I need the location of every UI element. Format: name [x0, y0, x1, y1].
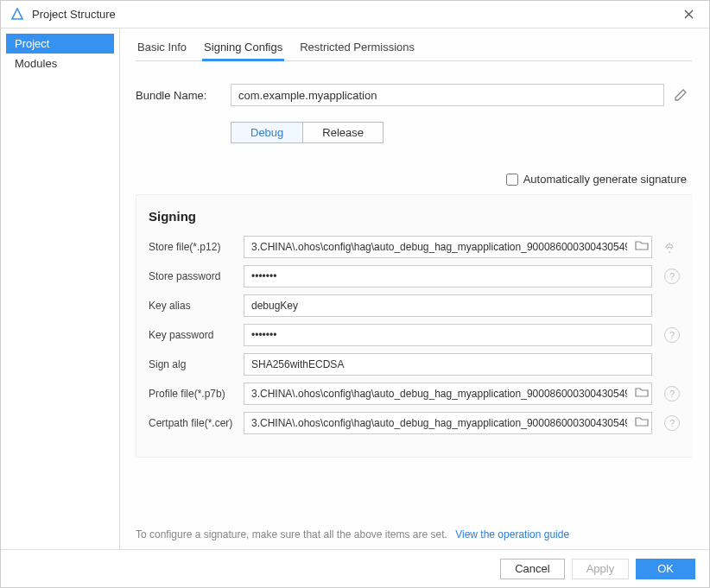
sign-alg-label: Sign alg	[149, 358, 244, 370]
main-panel: Basic Info Signing Configs Restricted Pe…	[120, 28, 709, 549]
help-icon[interactable]: ?	[664, 415, 680, 431]
ok-button[interactable]: OK	[636, 559, 695, 579]
store-file-input[interactable]	[244, 236, 652, 258]
store-password-label: Store password	[149, 270, 244, 282]
tab-signing-configs[interactable]: Signing Configs	[202, 41, 284, 60]
sign-alg-input[interactable]	[244, 353, 652, 376]
close-icon[interactable]	[676, 3, 700, 27]
key-alias-label: Key alias	[149, 300, 244, 312]
folder-icon[interactable]	[635, 239, 649, 255]
signing-title: Signing	[149, 209, 652, 224]
certpath-file-input[interactable]	[244, 412, 652, 434]
auto-generate-label: Automatically generate signature	[523, 173, 687, 186]
profile-file-input[interactable]	[244, 383, 652, 405]
help-icon[interactable]: ?	[664, 386, 680, 401]
key-password-label: Key password	[149, 329, 244, 341]
bundle-name-label: Bundle Name:	[136, 89, 231, 102]
build-type-segment: Debug Release	[231, 122, 384, 143]
profile-file-label: Profile file(*.p7b)	[149, 388, 244, 400]
apply-button: Apply	[572, 559, 630, 579]
folder-icon[interactable]	[635, 386, 649, 401]
store-file-label: Store file(*.p12)	[149, 241, 244, 253]
titlebar: Project Structure	[1, 1, 709, 28]
tab-restricted-permissions[interactable]: Restricted Permissions	[298, 41, 416, 60]
fingerprint-icon[interactable]	[659, 237, 680, 258]
store-password-input[interactable]	[244, 265, 652, 288]
cancel-button[interactable]: Cancel	[500, 559, 564, 579]
auto-generate-signature-checkbox[interactable]: Automatically generate signature	[506, 173, 687, 186]
sidebar-item-project[interactable]: Project	[6, 34, 114, 54]
bundle-name-input[interactable]	[231, 84, 664, 106]
operation-guide-link[interactable]: View the operation guide	[455, 528, 569, 541]
segment-release[interactable]: Release	[303, 123, 383, 142]
auto-generate-checkbox-input[interactable]	[506, 174, 518, 186]
helper-text: To configure a signature, make sure that…	[136, 522, 692, 541]
folder-icon[interactable]	[635, 415, 649, 431]
tab-basic-info[interactable]: Basic Info	[136, 41, 188, 60]
segment-debug[interactable]: Debug	[231, 123, 303, 142]
footer: Cancel Apply OK	[1, 549, 709, 587]
help-icon[interactable]: ?	[664, 327, 680, 343]
app-icon	[10, 7, 25, 22]
key-password-input[interactable]	[244, 324, 652, 346]
tabs: Basic Info Signing Configs Restricted Pe…	[136, 41, 692, 61]
edit-icon[interactable]	[669, 84, 692, 106]
signing-section: Signing Store file(*.p12) Store password…	[136, 194, 692, 458]
key-alias-input[interactable]	[244, 294, 652, 317]
window-title: Project Structure	[32, 8, 676, 21]
sidebar: Project Modules	[1, 28, 120, 549]
certpath-file-label: Certpath file(*.cer)	[149, 417, 244, 429]
sidebar-item-modules[interactable]: Modules	[6, 54, 114, 73]
help-icon[interactable]: ?	[664, 269, 680, 284]
